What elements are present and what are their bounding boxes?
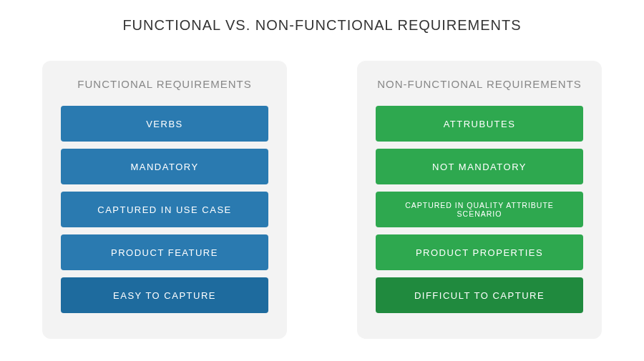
nonfunctional-card-title: NON-FUNCTIONAL REQUIREMENTS [377, 78, 582, 90]
page-title: FUNCTIONAL VS. NON-FUNCTIONAL REQUIREMEN… [0, 0, 644, 34]
nonfunctional-item-4: PRODUCT PROPERTIES [376, 234, 583, 270]
functional-item-5: EASY TO CAPTURE [61, 277, 268, 313]
columns: FUNCTIONAL REQUIREMENTS VERBS MANDATORY … [0, 61, 644, 339]
functional-card: FUNCTIONAL REQUIREMENTS VERBS MANDATORY … [42, 61, 287, 339]
nonfunctional-card: NON-FUNCTIONAL REQUIREMENTS ATTRUBUTES N… [357, 61, 602, 339]
nonfunctional-item-1: ATTRUBUTES [376, 106, 583, 142]
functional-card-title: FUNCTIONAL REQUIREMENTS [77, 78, 251, 90]
functional-item-4: PRODUCT FEATURE [61, 234, 268, 270]
nonfunctional-item-2: NOT MANDATORY [376, 149, 583, 184]
functional-item-3: CAPTURED IN USE CASE [61, 192, 268, 227]
functional-item-1: VERBS [61, 106, 268, 142]
nonfunctional-item-3: CAPTURED IN QUALITY ATTRIBUTE SCENARIO [376, 192, 583, 227]
nonfunctional-item-5: DIFFICULT TO CAPTURE [376, 277, 583, 313]
functional-item-2: MANDATORY [61, 149, 268, 184]
